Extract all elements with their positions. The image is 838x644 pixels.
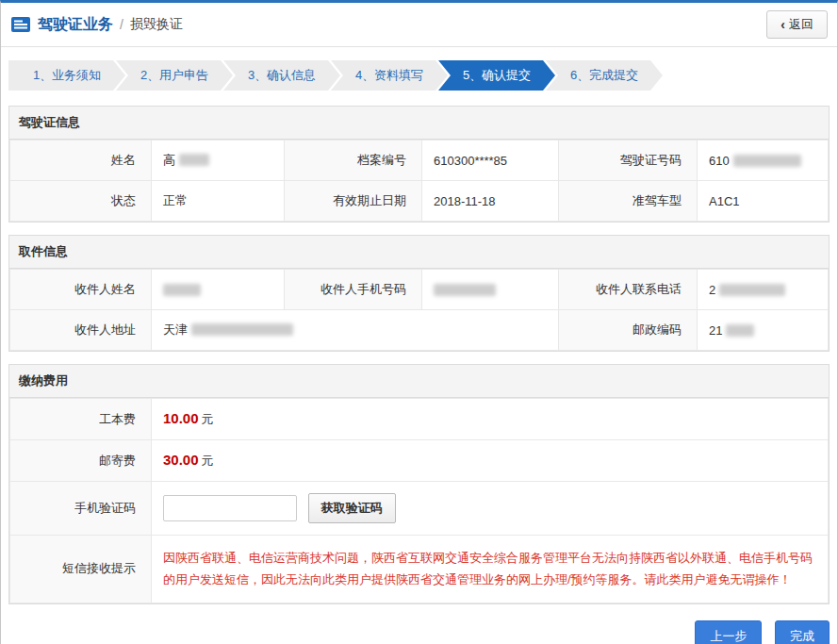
expiry-label: 有效期止日期 <box>285 181 422 222</box>
pickup-info-table: 收件人姓名 收件人手机号码 收件人联系电话 2 收件人地址 天津 邮政编码 21 <box>9 269 829 351</box>
redacted-text <box>719 284 785 296</box>
step-wizard: 1、业务须知 2、用户申告 3、确认信息 4、资料填写 5、确认提交 6、完成提… <box>1 47 837 106</box>
fee-unit: 元 <box>202 412 214 426</box>
footer-actions: 上一步 完成 <box>1 617 837 644</box>
license-no-value-text: 610 <box>709 154 730 168</box>
pickup-info-title: 取件信息 <box>9 236 829 269</box>
fee-table: 工本费 10.00元 邮寄费 30.00元 手机验证码 获取验证码 短信接收提示 <box>9 398 829 603</box>
finish-button[interactable]: 完成 <box>775 620 830 644</box>
pickup-info-section: 取件信息 收件人姓名 收件人手机号码 收件人联系电话 2 收件人地址 天津 邮政… <box>8 235 830 352</box>
address-value: 天津 <box>152 310 559 351</box>
table-row: 状态 正常 有效期止日期 2018-11-18 准驾车型 A1C1 <box>10 181 829 222</box>
sms-tip-text: 因陕西省联通、电信运营商技术问题，陕西省互联网交通安全综合服务管理平台无法向持陕… <box>163 547 816 591</box>
title-separator: / <box>120 17 123 32</box>
license-service-icon <box>10 16 31 33</box>
fee-section: 缴纳费用 工本费 10.00元 邮寄费 30.00元 手机验证码 获取验证码 <box>8 364 830 604</box>
page: 驾驶证业务 / 损毁换证 ‹ 返回 1、业务须知 2、用户申告 3、确认信息 4… <box>0 0 838 644</box>
address-label: 收件人地址 <box>10 310 152 351</box>
recipient-name-label: 收件人姓名 <box>10 270 152 310</box>
header-left: 驾驶证业务 / 损毁换证 <box>10 15 183 35</box>
step-1-business-notice[interactable]: 1、业务须知 <box>8 60 125 91</box>
production-fee-amount: 10.00 <box>163 410 199 426</box>
table-row: 邮寄费 30.00元 <box>10 440 829 482</box>
content: 驾驶证信息 姓名 高 档案编号 610300****85 驾驶证号码 610 状… <box>1 106 837 604</box>
zip-label: 邮政编码 <box>559 310 698 351</box>
table-row: 姓名 高 档案编号 610300****85 驾驶证号码 610 <box>10 140 829 181</box>
fee-unit: 元 <box>202 454 214 468</box>
status-value: 正常 <box>152 181 285 222</box>
status-label: 状态 <box>10 181 152 222</box>
table-row: 手机验证码 获取验证码 <box>10 482 829 536</box>
license-info-title: 驾驶证信息 <box>9 107 829 140</box>
redacted-text <box>733 155 801 167</box>
redacted-text <box>726 324 754 337</box>
redacted-text <box>163 284 201 296</box>
name-label: 姓名 <box>10 140 152 181</box>
recipient-mobile-label: 收件人手机号码 <box>285 270 422 310</box>
redacted-text <box>179 154 209 166</box>
get-captcha-button[interactable]: 获取验证码 <box>308 493 396 523</box>
fee-section-title: 缴纳费用 <box>9 365 829 398</box>
mail-fee-amount: 30.00 <box>163 452 199 468</box>
redacted-text <box>191 323 293 336</box>
production-fee-label: 工本费 <box>10 399 152 440</box>
license-no-value: 610 <box>698 140 829 181</box>
vehicle-type-label: 准驾车型 <box>559 181 698 222</box>
step-4-fill-info[interactable]: 4、资料填写 <box>331 60 448 91</box>
production-fee-value: 10.00元 <box>152 399 829 440</box>
expiry-value: 2018-11-18 <box>422 181 559 222</box>
table-row: 收件人姓名 收件人手机号码 收件人联系电话 2 <box>10 270 829 310</box>
table-row: 收件人地址 天津 邮政编码 21 <box>10 310 829 351</box>
mail-fee-label: 邮寄费 <box>10 440 152 482</box>
mail-fee-value: 30.00元 <box>152 440 829 482</box>
recipient-mobile-value <box>422 270 559 310</box>
steps: 1、业务须知 2、用户申告 3、确认信息 4、资料填写 5、确认提交 6、完成提… <box>8 60 830 91</box>
step-5-confirm-submit[interactable]: 5、确认提交 <box>438 60 555 91</box>
back-chevron-icon: ‹ <box>780 18 785 31</box>
name-value-text: 高 <box>163 153 175 167</box>
page-subtitle: 损毁换证 <box>130 16 183 33</box>
name-value: 高 <box>152 140 285 181</box>
table-row: 工本费 10.00元 <box>10 399 829 440</box>
address-value-text: 天津 <box>163 322 188 337</box>
license-no-label: 驾驶证号码 <box>559 140 698 181</box>
step-3-confirm-info[interactable]: 3、确认信息 <box>223 60 340 91</box>
back-button-label: 返回 <box>789 16 813 33</box>
recipient-tel-label: 收件人联系电话 <box>559 270 698 310</box>
recipient-tel-value-text: 2 <box>709 283 715 297</box>
captcha-label: 手机验证码 <box>10 482 152 536</box>
license-info-section: 驾驶证信息 姓名 高 档案编号 610300****85 驾驶证号码 610 状… <box>8 106 830 223</box>
zip-value-text: 21 <box>709 323 722 338</box>
back-button[interactable]: ‹ 返回 <box>766 10 828 39</box>
header: 驾驶证业务 / 损毁换证 ‹ 返回 <box>1 3 837 47</box>
recipient-name-value <box>152 270 285 310</box>
page-title: 驾驶证业务 <box>38 15 113 35</box>
recipient-tel-value: 2 <box>698 270 829 310</box>
step-2-user-declaration[interactable]: 2、用户申告 <box>116 60 233 91</box>
vehicle-type-value: A1C1 <box>698 181 829 222</box>
sms-tip-cell: 因陕西省联通、电信运营商技术问题，陕西省互联网交通安全综合服务管理平台无法向持陕… <box>152 536 829 603</box>
file-no-value: 610300****85 <box>422 140 559 181</box>
license-info-table: 姓名 高 档案编号 610300****85 驾驶证号码 610 状态 正常 有… <box>9 140 829 222</box>
sms-tip-label: 短信接收提示 <box>10 536 152 603</box>
captcha-input[interactable] <box>163 495 297 521</box>
table-row: 短信接收提示 因陕西省联通、电信运营商技术问题，陕西省互联网交通安全综合服务管理… <box>10 536 829 603</box>
step-6-complete-submit[interactable]: 6、完成提交 <box>546 60 663 91</box>
zip-value: 21 <box>698 310 829 351</box>
previous-step-button[interactable]: 上一步 <box>695 620 762 644</box>
captcha-cell: 获取验证码 <box>152 482 829 536</box>
redacted-text <box>434 284 496 296</box>
file-no-label: 档案编号 <box>285 140 422 181</box>
